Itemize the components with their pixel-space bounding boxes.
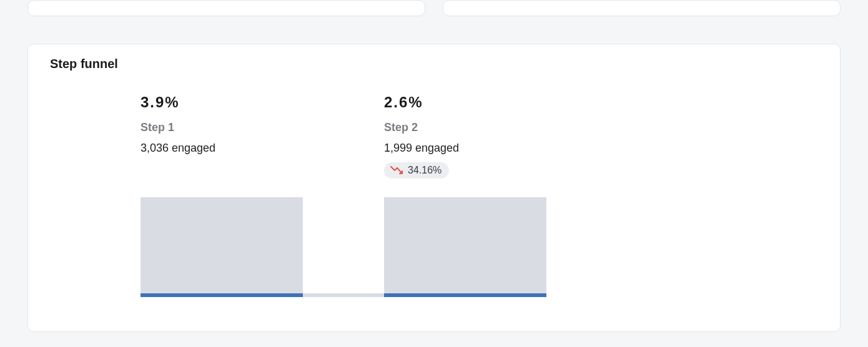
summary-card-left	[27, 0, 425, 16]
step-label: Step 1	[141, 121, 384, 134]
summary-card-right	[443, 0, 841, 16]
funnel-bar-connector	[303, 197, 384, 297]
funnel-bar-2	[384, 197, 546, 297]
dropoff-pill: 34.16%	[384, 162, 449, 178]
step-engaged: 3,036 engaged	[141, 142, 384, 155]
funnel-steps: 3.9% Step 1 3,036 engaged 2.6% Step 2 1,…	[28, 71, 840, 178]
trend-down-icon	[390, 165, 404, 175]
bar-body	[141, 197, 303, 293]
bar-body	[384, 197, 546, 293]
connector-base	[303, 293, 384, 297]
step-percent: 3.9%	[141, 94, 384, 111]
step-engaged: 1,999 engaged	[384, 142, 628, 155]
step-funnel-panel: Step funnel 3.9% Step 1 3,036 engaged 2.…	[27, 44, 841, 332]
section-title: Step funnel	[28, 44, 840, 71]
bar-base	[384, 293, 546, 297]
dropoff-value: 34.16%	[408, 165, 441, 176]
funnel-bar-1	[141, 197, 303, 297]
bar-base	[141, 293, 303, 297]
funnel-step-1: 3.9% Step 1 3,036 engaged	[141, 94, 384, 178]
funnel-bars	[28, 197, 840, 297]
funnel-step-2: 2.6% Step 2 1,999 engaged 34.16%	[384, 94, 628, 178]
step-label: Step 2	[384, 121, 628, 134]
step-percent: 2.6%	[384, 94, 628, 111]
